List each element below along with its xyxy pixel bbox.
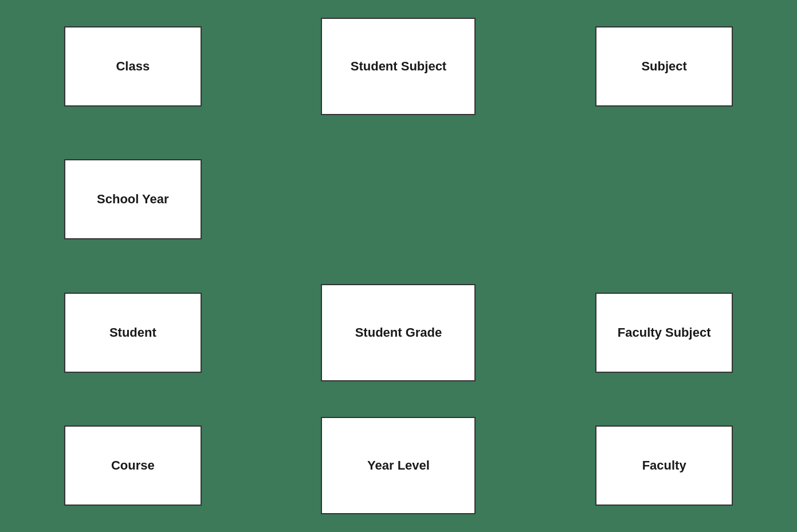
class-label: Class bbox=[116, 59, 150, 74]
cell-course: Course bbox=[0, 399, 266, 532]
card-student[interactable]: Student bbox=[64, 293, 202, 373]
year-level-label: Year Level bbox=[367, 458, 430, 473]
cell-student-grade: Student Grade bbox=[266, 266, 532, 399]
card-faculty-subject[interactable]: Faculty Subject bbox=[595, 293, 733, 373]
card-class[interactable]: Class bbox=[64, 26, 202, 107]
faculty-label: Faculty bbox=[642, 458, 686, 473]
cell-year-level: Year Level bbox=[266, 399, 532, 532]
course-label: Course bbox=[111, 458, 155, 473]
student-label: Student bbox=[109, 325, 156, 340]
card-year-level[interactable]: Year Level bbox=[321, 417, 476, 514]
subject-label: Subject bbox=[641, 59, 686, 74]
card-course[interactable]: Course bbox=[64, 425, 202, 506]
student-grade-label: Student Grade bbox=[355, 325, 442, 340]
cell-class: Class bbox=[0, 0, 266, 133]
cell-faculty: Faculty bbox=[531, 399, 797, 532]
cell-empty-r2c2 bbox=[266, 133, 532, 266]
card-student-subject[interactable]: Student Subject bbox=[321, 18, 476, 115]
card-subject[interactable]: Subject bbox=[595, 26, 733, 107]
school-year-label: School Year bbox=[97, 192, 169, 207]
cell-empty-r2c3 bbox=[531, 133, 797, 266]
cell-school-year: School Year bbox=[0, 133, 266, 266]
cell-faculty-subject: Faculty Subject bbox=[531, 266, 797, 399]
faculty-subject-label: Faculty Subject bbox=[618, 325, 711, 340]
card-faculty[interactable]: Faculty bbox=[595, 425, 733, 506]
card-school-year[interactable]: School Year bbox=[64, 159, 202, 239]
cell-student-subject: Student Subject bbox=[266, 0, 532, 133]
cell-subject: Subject bbox=[531, 0, 797, 133]
student-subject-label: Student Subject bbox=[351, 59, 446, 74]
cell-student: Student bbox=[0, 266, 266, 399]
card-student-grade[interactable]: Student Grade bbox=[321, 284, 476, 381]
